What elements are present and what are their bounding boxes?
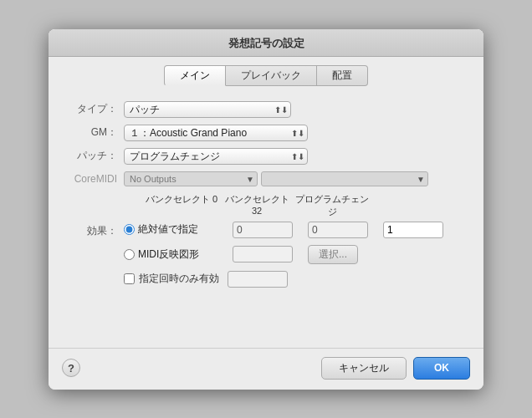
patch-row: パッチ： プログラムチェンジ ⬆⬇ [65, 148, 467, 165]
radio-midi-label[interactable]: MIDI反映図形 [124, 247, 233, 262]
checkbox-input[interactable] [228, 271, 288, 288]
checkbox-label[interactable]: 指定回時のみ有効 [124, 272, 219, 286]
checkbox-text: 指定回時のみ有効 [139, 272, 219, 286]
col-bank0-header: バンクセレクト 0 [144, 193, 219, 218]
type-select[interactable]: パッチ [124, 101, 291, 118]
radio-midi[interactable] [124, 249, 135, 260]
type-label: タイプ： [65, 102, 124, 116]
bank0-input[interactable] [233, 222, 293, 238]
absolute-effect-row: 絶対値で指定 [124, 222, 467, 238]
tab-main[interactable]: メイン [164, 65, 226, 86]
radio-midi-text: MIDI反映図形 [138, 247, 199, 262]
effects-section: バンクセレクト 0 バンクセレクト 32 プログラムチェンジ 効果： 絶対値で指… [65, 193, 467, 288]
help-button[interactable]: ? [62, 359, 80, 377]
tab-playback[interactable]: プレイバック [226, 65, 317, 86]
coremidi-select2[interactable] [261, 171, 428, 186]
gm-label: GM： [65, 125, 124, 140]
bank32-input[interactable] [308, 222, 368, 238]
footer: ? キャンセル OK [49, 348, 483, 390]
midi-row: MIDI反映図形 選択... [124, 245, 467, 264]
radio-absolute[interactable] [124, 224, 135, 235]
form-content: タイプ： パッチ ⬆⬇ GM： １：Acoustic Grand Piano ⬆… [49, 91, 483, 298]
select-button[interactable]: 選択... [308, 245, 358, 264]
coremidi-select1[interactable]: No Outputs [124, 171, 258, 186]
patch-select[interactable]: プログラムチェンジ [124, 148, 308, 165]
checkbox-enabled[interactable] [124, 273, 135, 284]
col-bank32-header: バンクセレクト 32 [219, 193, 294, 218]
dialog-title: 発想記号の設定 [49, 29, 483, 57]
radio-absolute-label[interactable]: 絶対値で指定 [124, 222, 233, 237]
cancel-button[interactable]: キャンセル [321, 357, 407, 380]
dialog: 発想記号の設定 メイン プレイバック 配置 タイプ： パッチ ⬆⬇ GM： １：… [49, 29, 483, 390]
radio-absolute-text: 絶対値で指定 [138, 222, 198, 237]
type-select-wrapper: パッチ ⬆⬇ [124, 101, 291, 118]
absolute-row: 効果： 絶対値で指定 [65, 222, 467, 245]
midi-input[interactable] [233, 246, 293, 263]
gm-select[interactable]: １：Acoustic Grand Piano [124, 125, 308, 141]
effects-label: 効果： [65, 222, 124, 238]
checkbox-row: 指定回時のみ有効 [124, 271, 467, 288]
program-input[interactable] [383, 222, 443, 238]
patch-select-wrapper: プログラムチェンジ ⬆⬇ [124, 148, 308, 165]
coremidi-select1-wrapper: No Outputs ▼ [124, 171, 258, 186]
effects-content: 絶対値で指定 [124, 222, 467, 245]
tab-arrangement[interactable]: 配置 [317, 65, 368, 86]
gm-select-wrapper: １：Acoustic Grand Piano ⬆⬇ [124, 125, 308, 141]
spacer-area [49, 298, 483, 348]
tab-bar: メイン プレイバック 配置 [49, 57, 483, 91]
col-headers: バンクセレクト 0 バンクセレクト 32 プログラムチェンジ [144, 193, 467, 218]
col-program-header: プログラムチェンジ [294, 193, 370, 218]
coremidi-select2-wrapper: ▼ [258, 171, 428, 186]
footer-buttons: キャンセル OK [321, 357, 470, 380]
ok-button[interactable]: OK [413, 357, 470, 380]
patch-label: パッチ： [65, 149, 124, 163]
coremidi-label: CoreMIDI [65, 173, 124, 185]
coremidi-row: CoreMIDI No Outputs ▼ ▼ [65, 171, 467, 186]
type-row: タイプ： パッチ ⬆⬇ [65, 101, 467, 118]
gm-row: GM： １：Acoustic Grand Piano ⬆⬇ [65, 125, 467, 141]
